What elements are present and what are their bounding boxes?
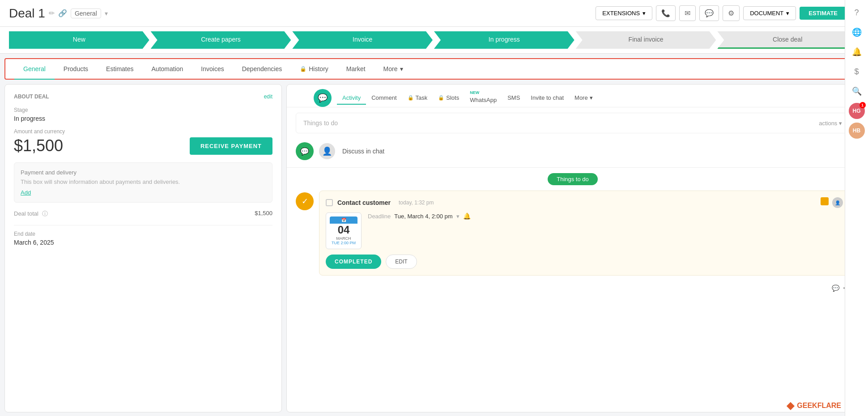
discuss-row: 💬 👤 Discuss in chat (287, 139, 859, 168)
search-icon[interactable]: 🔍 (849, 83, 865, 99)
stage-label: Stage (14, 107, 272, 113)
discuss-avatar: 💬 (296, 142, 314, 160)
cal-month: MARCH (330, 236, 357, 241)
tab-invoices[interactable]: Invoices (192, 59, 233, 80)
help-icon[interactable]: ? (849, 4, 865, 21)
task-card: Contact customer today, 1:32 pm 👤 📅 04 M… (319, 191, 850, 276)
amount-value: $1,500 (14, 136, 63, 155)
task-color-icon (821, 197, 829, 205)
task-time: today, 1:32 pm (399, 200, 434, 206)
estimate-main-button[interactable]: ESTIMATE (800, 7, 847, 20)
edit-icon[interactable]: ✏ (49, 9, 55, 17)
stage-final-invoice[interactable]: Final invoice (576, 31, 716, 49)
avatar-hg[interactable]: HG 1 (849, 103, 865, 119)
chat-button[interactable]: 💬 (699, 5, 719, 21)
notification-icon[interactable]: 🔔 (849, 44, 865, 60)
mail-button[interactable]: ✉ (679, 5, 696, 21)
divider (14, 225, 272, 225)
tab-history[interactable]: 🔒 History (291, 59, 337, 80)
comment-icon[interactable]: 💬 (832, 284, 839, 292)
payment-delivery-title: Payment and delivery (21, 169, 266, 176)
task-title: Contact customer (337, 199, 391, 206)
stage-invoice[interactable]: Invoice (292, 31, 433, 49)
task-deadline: Deadline Tue, March 4, 2:00 pm ▾ 🔔 (368, 212, 843, 220)
amount-row: $1,500 RECEIVE PAYMENT (14, 136, 272, 155)
notification-badge: 1 (859, 102, 866, 108)
phone-button[interactable]: 📞 (656, 5, 676, 21)
tab-general[interactable]: General (14, 59, 55, 80)
edit-task-button[interactable]: EDIT (386, 255, 417, 269)
act-tab-invite[interactable]: Invite to chat (525, 92, 569, 105)
things-placeholder: Things to do (303, 119, 338, 127)
completed-button[interactable]: COMPLETED (326, 255, 381, 269)
act-tab-more[interactable]: More ▾ (569, 92, 598, 105)
deadline-row: Deadline Tue, March 4, 2:00 pm ▾ 🔔 (368, 212, 843, 220)
tag-chevron[interactable]: ▾ (105, 10, 108, 17)
act-tab-whatsapp[interactable]: NEW WhatsApp (464, 89, 502, 107)
extensions-arrow-icon: ▾ (642, 10, 646, 17)
task-header: Contact customer today, 1:32 pm 👤 (326, 197, 843, 208)
right-panel: 💬 Activity Comment 🔒 Task 🔒 Slots NEW Wh… (286, 84, 859, 412)
left-panel: ABOUT DEAL edit Stage In progress Amount… (4, 84, 282, 412)
slots-lock-icon: 🔒 (438, 95, 444, 101)
task-avatar: ✓ (296, 192, 314, 210)
deal-total-row: Deal total ⓘ $1,500 (14, 210, 272, 218)
currency-icon[interactable]: $ (849, 64, 865, 80)
general-tag[interactable]: General (71, 8, 101, 18)
task-checkbox[interactable] (326, 199, 333, 206)
more-chevron-icon: ▾ (400, 65, 403, 72)
task-user-icon: 👤 (832, 197, 843, 208)
tab-more[interactable]: More ▾ (374, 59, 412, 80)
avatar-hb[interactable]: HB (849, 123, 865, 139)
tab-products[interactable]: Products (55, 59, 97, 80)
geekflare-label: GEEKFLARE (797, 402, 841, 410)
tab-estimates[interactable]: Estimates (97, 59, 142, 80)
act-tab-task[interactable]: 🔒 Task (402, 92, 433, 105)
things-to-do-row: Things to do actions ▾ (287, 107, 859, 139)
main-content: ABOUT DEAL edit Stage In progress Amount… (0, 80, 868, 416)
stage-close-deal[interactable]: Close deal (717, 31, 858, 49)
tab-dependencies[interactable]: Dependencies (233, 59, 291, 80)
act-tab-slots[interactable]: 🔒 Slots (433, 92, 464, 105)
add-user-icon[interactable]: 👤 (319, 143, 335, 159)
cal-day: 04 (330, 224, 357, 236)
stage-new[interactable]: New (9, 31, 149, 49)
bell-icon[interactable]: 🔔 (463, 212, 471, 220)
pipeline: New Create papers Invoice In progress Fi… (0, 27, 868, 54)
globe-icon[interactable]: 🌐 (849, 24, 865, 40)
deadline-chevron[interactable]: ▾ (456, 213, 460, 220)
right-strip: ? 🌐 🔔 $ 🔍 HG 1 HB (845, 0, 868, 416)
tab-automation[interactable]: Automation (143, 59, 192, 80)
act-more-chevron: ▾ (590, 94, 593, 101)
about-deal-edit[interactable]: edit (264, 93, 272, 100)
act-tab-activity[interactable]: Activity (337, 92, 366, 105)
receive-payment-button[interactable]: RECEIVE PAYMENT (190, 137, 272, 155)
stage-create-papers[interactable]: Create papers (151, 31, 291, 49)
things-actions[interactable]: actions ▾ (819, 120, 842, 127)
extensions-button[interactable]: EXTENSIONS ▾ (596, 6, 652, 20)
link-icon[interactable]: 🔗 (58, 9, 67, 17)
task-buttons: COMPLETED EDIT (326, 255, 843, 269)
things-badge: Things to do (548, 173, 598, 185)
payment-delivery-desc: This box will show information about pay… (21, 178, 266, 185)
things-badge-row: Things to do (287, 168, 859, 191)
settings-button[interactable]: ⚙ (723, 5, 740, 21)
document-arrow-icon: ▾ (786, 10, 789, 17)
deadline-label: Deadline (368, 213, 391, 220)
document-button[interactable]: DOCUMENT ▾ (743, 6, 796, 20)
task-calendar: 📅 04 MARCH TUE 2:00 PM (326, 212, 362, 249)
tab-market[interactable]: Market (337, 59, 374, 80)
cal-header: 📅 (330, 216, 357, 224)
about-deal-header: ABOUT DEAL edit (14, 93, 272, 100)
act-tab-comment[interactable]: Comment (366, 92, 402, 105)
act-tab-sms[interactable]: SMS (502, 92, 525, 105)
deal-title-text: Deal 1 (9, 6, 45, 21)
end-date-value: March 6, 2025 (14, 239, 272, 246)
things-to-do-input[interactable]: Things to do actions ▾ (296, 113, 850, 133)
deal-total-label: Deal total (14, 210, 38, 217)
task-body: 📅 04 MARCH TUE 2:00 PM Deadline Tue, Mar… (326, 212, 843, 249)
end-date-label: End date (14, 231, 272, 237)
stage-inprogress[interactable]: In progress (434, 31, 574, 49)
stage-value: In progress (14, 115, 272, 122)
add-payment-link[interactable]: Add (21, 189, 31, 196)
